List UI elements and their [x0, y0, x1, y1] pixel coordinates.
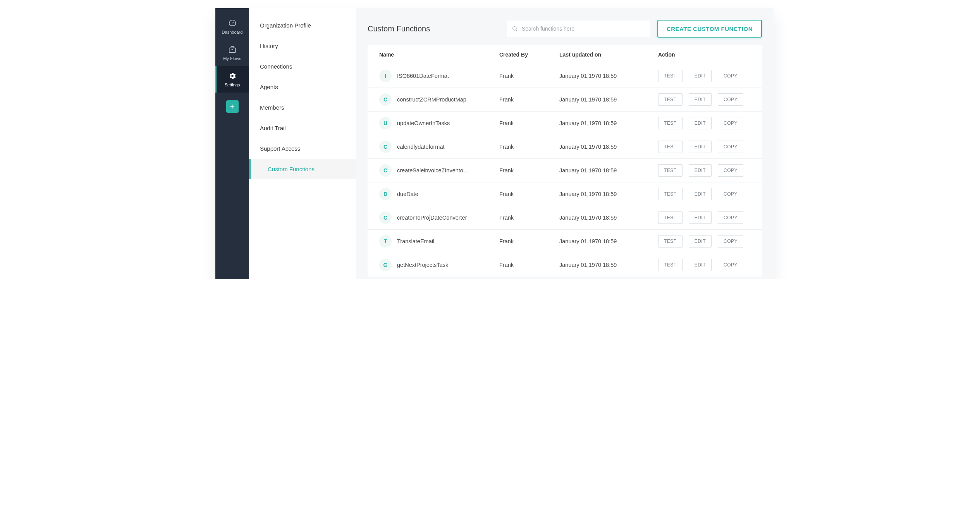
edit-button[interactable]: EDIT	[689, 235, 712, 247]
plus-icon: +	[230, 102, 235, 111]
row-actions: TESTEDITCOPY	[658, 235, 750, 247]
edit-button[interactable]: EDIT	[689, 259, 712, 271]
row-name: TranslateEmail	[397, 238, 499, 244]
row-name: getNextProjectsTask	[397, 262, 499, 268]
row-actions: TESTEDITCOPY	[658, 188, 750, 200]
nav-add-button[interactable]: +	[226, 100, 239, 113]
briefcase-icon	[228, 45, 237, 54]
copy-button[interactable]: COPY	[718, 117, 743, 129]
row-created-by: Frank	[499, 215, 559, 221]
test-button[interactable]: TEST	[658, 164, 683, 177]
test-button[interactable]: TEST	[658, 211, 683, 224]
nav-settings-label: Settings	[225, 82, 240, 87]
table-row: CconstructZCRMProductMapFrankJanuary 01,…	[368, 88, 762, 112]
nav-dashboard[interactable]: Dashboard	[215, 14, 249, 40]
table-row: CcalendlydateformatFrankJanuary 01,1970 …	[368, 135, 762, 159]
row-actions: TESTEDITCOPY	[658, 164, 750, 177]
row-avatar: T	[379, 235, 392, 247]
svg-rect-0	[229, 48, 236, 52]
sidebar-item-members[interactable]: Members	[249, 97, 356, 118]
row-created-by: Frank	[499, 238, 559, 244]
gear-icon	[228, 72, 237, 80]
row-created-by: Frank	[499, 96, 559, 103]
sidebar-item-organization-profile[interactable]: Organization Profile	[249, 15, 356, 36]
row-actions: TESTEDITCOPY	[658, 211, 750, 224]
test-button[interactable]: TEST	[658, 70, 683, 82]
row-name: constructZCRMProductMap	[397, 96, 499, 103]
row-updated-on: January 01,1970 18:59	[559, 215, 658, 221]
row-updated-on: January 01,1970 18:59	[559, 167, 658, 174]
main-area: Custom Functions CREATE CUSTOM FUNCTION …	[356, 8, 774, 279]
edit-button[interactable]: EDIT	[689, 211, 712, 224]
test-button[interactable]: TEST	[658, 93, 683, 106]
edit-button[interactable]: EDIT	[689, 141, 712, 153]
row-actions: TESTEDITCOPY	[658, 141, 750, 153]
nav-settings[interactable]: Settings	[215, 66, 249, 93]
row-updated-on: January 01,1970 18:59	[559, 73, 658, 79]
row-avatar: D	[379, 188, 392, 200]
row-avatar: C	[379, 141, 392, 153]
sidebar-item-support-access[interactable]: Support Access	[249, 138, 356, 159]
copy-button[interactable]: COPY	[718, 141, 743, 153]
row-updated-on: January 01,1970 18:59	[559, 262, 658, 268]
row-name: creatorToProjDateConverter	[397, 215, 499, 221]
copy-button[interactable]: COPY	[718, 164, 743, 177]
copy-button[interactable]: COPY	[718, 235, 743, 247]
col-header-updated: Last updated on	[559, 52, 658, 58]
nav-rail: Dashboard My Flows Settings +	[215, 8, 249, 279]
main-header: Custom Functions CREATE CUSTOM FUNCTION	[356, 8, 774, 45]
svg-point-1	[513, 27, 516, 30]
search-icon	[512, 26, 518, 32]
table-row: GgetNextProjectsTaskFrankJanuary 01,1970…	[368, 253, 762, 277]
row-created-by: Frank	[499, 144, 559, 150]
row-name: ISO8601DateFormat	[397, 73, 499, 79]
search-input[interactable]	[507, 21, 650, 37]
row-created-by: Frank	[499, 262, 559, 268]
table-row: DdueDateFrankJanuary 01,1970 18:59TESTED…	[368, 182, 762, 206]
copy-button[interactable]: COPY	[718, 93, 743, 106]
sidebar-item-history[interactable]: History	[249, 36, 356, 56]
sidebar-item-agents[interactable]: Agents	[249, 77, 356, 97]
row-created-by: Frank	[499, 191, 559, 197]
row-created-by: Frank	[499, 73, 559, 79]
nav-myflows-label: My Flows	[223, 56, 241, 61]
row-name: dueDate	[397, 191, 499, 197]
col-header-created: Created By	[499, 52, 559, 58]
sidebar-item-connections[interactable]: Connections	[249, 56, 356, 77]
copy-button[interactable]: COPY	[718, 259, 743, 271]
edit-button[interactable]: EDIT	[689, 117, 712, 129]
row-avatar: C	[379, 164, 392, 177]
table-header-row: Name Created By Last updated on Action	[368, 45, 762, 64]
sidebar-item-audit-trail[interactable]: Audit Trail	[249, 118, 356, 138]
edit-button[interactable]: EDIT	[689, 70, 712, 82]
row-created-by: Frank	[499, 120, 559, 126]
edit-button[interactable]: EDIT	[689, 93, 712, 106]
nav-myflows[interactable]: My Flows	[215, 40, 249, 66]
row-name: calendlydateformat	[397, 144, 499, 150]
row-name: createSaleinvoiceZInvento...	[397, 167, 499, 174]
app-frame: Dashboard My Flows Settings + Organizati…	[215, 8, 774, 279]
row-updated-on: January 01,1970 18:59	[559, 238, 658, 244]
test-button[interactable]: TEST	[658, 235, 683, 247]
copy-button[interactable]: COPY	[718, 188, 743, 200]
functions-table: Name Created By Last updated on Action I…	[368, 45, 762, 277]
sidebar-item-custom-functions[interactable]: Custom Functions	[249, 159, 356, 179]
row-updated-on: January 01,1970 18:59	[559, 96, 658, 103]
edit-button[interactable]: EDIT	[689, 164, 712, 177]
row-avatar: I	[379, 70, 392, 82]
copy-button[interactable]: COPY	[718, 70, 743, 82]
test-button[interactable]: TEST	[658, 117, 683, 129]
test-button[interactable]: TEST	[658, 188, 683, 200]
test-button[interactable]: TEST	[658, 259, 683, 271]
edit-button[interactable]: EDIT	[689, 188, 712, 200]
row-actions: TESTEDITCOPY	[658, 117, 750, 129]
side-menu: Organization ProfileHistoryConnectionsAg…	[249, 8, 356, 279]
copy-button[interactable]: COPY	[718, 211, 743, 224]
create-custom-function-button[interactable]: CREATE CUSTOM FUNCTION	[657, 20, 762, 38]
test-button[interactable]: TEST	[658, 141, 683, 153]
search-wrap	[507, 21, 650, 37]
table-row: UupdateOwnerInTasksFrankJanuary 01,1970 …	[368, 112, 762, 135]
row-updated-on: January 01,1970 18:59	[559, 144, 658, 150]
table-row: TTranslateEmailFrankJanuary 01,1970 18:5…	[368, 230, 762, 253]
nav-dashboard-label: Dashboard	[222, 30, 243, 34]
